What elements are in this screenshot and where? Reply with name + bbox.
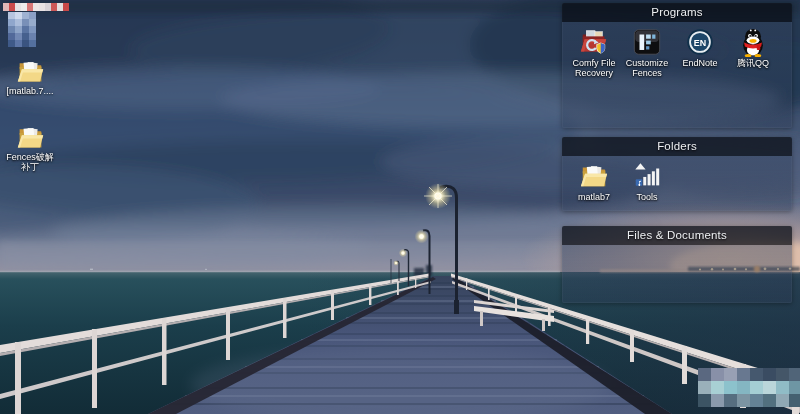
fence-icon-qq[interactable]: 腾讯QQ xyxy=(727,27,779,68)
mosaic-cell xyxy=(711,381,724,394)
icon-label: Customize xyxy=(621,58,673,68)
mosaic-cell xyxy=(776,394,789,407)
mosaic-cell xyxy=(724,394,737,407)
mosaic-cell xyxy=(15,40,22,47)
icon-label: Recovery xyxy=(568,68,620,78)
folder-icon xyxy=(579,161,609,191)
fence-programs: ProgramsComfy FileRecoveryCustomizeFence… xyxy=(562,3,792,128)
mosaic-cell xyxy=(724,381,737,394)
watermark-bottomright-mosaic xyxy=(698,368,800,407)
mosaic-cell xyxy=(22,19,29,26)
folder-icon xyxy=(16,57,45,86)
mosaic-cell xyxy=(776,368,789,381)
mosaic-cell xyxy=(63,3,69,11)
fence-title-files-documents[interactable]: Files & Documents xyxy=(562,226,792,245)
watermark-topleft-mosaic xyxy=(8,12,36,47)
mosaic-cell xyxy=(29,26,36,33)
endnote-icon: EN xyxy=(685,27,715,57)
fence-body-files-documents xyxy=(562,245,792,303)
mosaic-cell xyxy=(789,368,800,381)
mosaic-cell xyxy=(8,33,15,40)
qq-penguin-icon xyxy=(738,27,768,57)
mosaic-cell xyxy=(29,33,36,40)
icon-label: Fences破解 xyxy=(1,152,59,162)
mosaic-cell xyxy=(15,12,22,19)
mosaic-cell xyxy=(15,33,22,40)
mosaic-cell xyxy=(15,19,22,26)
mosaic-cell xyxy=(763,381,776,394)
mosaic-cell xyxy=(789,394,800,407)
fence-folders: Foldersmatlab7Tools xyxy=(562,137,792,211)
fence-body-programs: Comfy FileRecoveryCustomizeFencesENEndNo… xyxy=(562,22,792,128)
icon-label: Fences xyxy=(621,68,673,78)
watermark-topleft-bar xyxy=(3,3,69,11)
icon-label: EndNote xyxy=(674,58,726,68)
mosaic-cell xyxy=(750,368,763,381)
mosaic-cell xyxy=(711,394,724,407)
mosaic-cell xyxy=(763,368,776,381)
mosaic-cell xyxy=(29,19,36,26)
mosaic-cell xyxy=(8,40,15,47)
mosaic-cell xyxy=(776,381,789,394)
icon-label: 补丁 xyxy=(1,162,59,172)
comfy-file-recovery-icon xyxy=(579,27,609,57)
mosaic-cell xyxy=(15,26,22,33)
mosaic-cell xyxy=(737,381,750,394)
mosaic-cell xyxy=(22,26,29,33)
mosaic-cell xyxy=(711,368,724,381)
mosaic-cell xyxy=(8,19,15,26)
mosaic-cell xyxy=(750,394,763,407)
mosaic-cell xyxy=(29,40,36,47)
mosaic-cell xyxy=(8,12,15,19)
mosaic-cell xyxy=(763,394,776,407)
fence-icon-matlab7[interactable]: matlab7 xyxy=(568,161,620,202)
mosaic-cell xyxy=(724,368,737,381)
fence-icon-endnote[interactable]: ENEndNote xyxy=(674,27,726,68)
fence-body-folders: matlab7Tools xyxy=(562,156,792,211)
icon-label: [matlab.7.... xyxy=(1,86,59,96)
mosaic-cell xyxy=(22,40,29,47)
mosaic-cell xyxy=(8,26,15,33)
mosaic-cell xyxy=(737,394,750,407)
mosaic-cell xyxy=(737,368,750,381)
mosaic-cell xyxy=(750,381,763,394)
mosaic-cell xyxy=(22,33,29,40)
fence-icon-tools[interactable]: Tools xyxy=(621,161,673,202)
mosaic-cell xyxy=(29,12,36,19)
tools-icon xyxy=(632,161,662,191)
fence-title-programs[interactable]: Programs xyxy=(562,3,792,22)
icon-label: 腾讯QQ xyxy=(727,58,779,68)
folder-icon xyxy=(16,123,45,152)
fence-icon-comfy-file-recovery[interactable]: Comfy FileRecovery xyxy=(568,27,620,78)
mosaic-cell xyxy=(22,12,29,19)
customize-fences-icon xyxy=(632,27,662,57)
fence-title-folders[interactable]: Folders xyxy=(562,137,792,156)
mosaic-cell xyxy=(698,394,711,407)
icon-label: matlab7 xyxy=(568,192,620,202)
fence-icon-customize-fences[interactable]: CustomizeFences xyxy=(621,27,673,78)
desktop-icon-matlab-7[interactable]: [matlab.7.... xyxy=(1,57,59,96)
fence-files-documents: Files & Documents xyxy=(562,226,792,303)
desktop: [matlab.7....Fences破解补丁 ProgramsComfy Fi… xyxy=(0,0,800,414)
icon-label: Tools xyxy=(621,192,673,202)
desktop-icon-fences[interactable]: Fences破解补丁 xyxy=(1,123,59,172)
svg-text:EN: EN xyxy=(694,38,706,48)
icon-label: Comfy File xyxy=(568,58,620,68)
mosaic-cell xyxy=(698,368,711,381)
mosaic-cell xyxy=(789,381,800,394)
mosaic-cell xyxy=(698,381,711,394)
